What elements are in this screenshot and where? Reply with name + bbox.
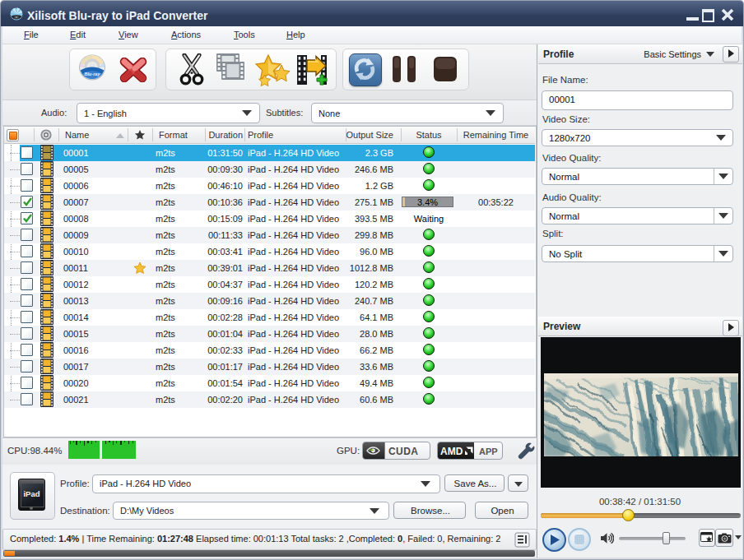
svg-text:Blu-ray: Blu-ray xyxy=(85,72,101,76)
